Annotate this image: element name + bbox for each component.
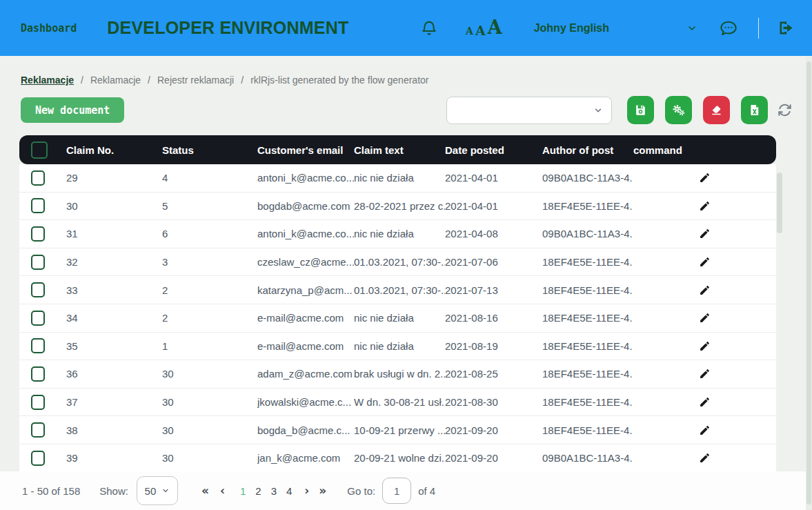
breadcrumb-item-reklamacje-2[interactable]: Reklamacje — [90, 75, 141, 86]
row-checkbox[interactable] — [31, 170, 45, 186]
row-checkbox[interactable] — [31, 311, 45, 326]
show-label: Show: — [99, 485, 128, 497]
font-size-small-icon[interactable]: A — [466, 28, 473, 36]
column-header-email[interactable]: Customer's email — [257, 144, 354, 156]
row-checkbox[interactable] — [31, 451, 45, 466]
cell-author: 18EF4E5E-11EE-4... — [542, 340, 633, 352]
cell-author: 18EF4E5E-11EE-4... — [542, 200, 633, 212]
excel-file-icon — [749, 104, 761, 117]
chevron-down-icon[interactable] — [686, 23, 697, 34]
eraser-icon — [710, 104, 723, 117]
cell-customer-email: e-mail@acme.com — [257, 340, 354, 352]
next-page-button[interactable]: › — [304, 484, 309, 498]
edit-pencil-icon[interactable] — [699, 452, 711, 464]
edit-pencil-icon[interactable] — [699, 228, 711, 239]
table-body: 29 4 antoni_k@acme.co... nic nie działa … — [19, 164, 776, 473]
table-row: 33 2 katarzyna_p@acm... 01.03.2021, 07:3… — [19, 276, 776, 304]
cell-date-posted: 2021-04-01 — [445, 172, 542, 184]
column-header-claim-text[interactable]: Claim text — [354, 144, 445, 156]
edit-pencil-icon[interactable] — [699, 424, 711, 436]
page-number-4[interactable]: 4 — [286, 485, 292, 497]
edit-pencil-icon[interactable] — [699, 172, 711, 184]
page-scrollbar-thumb[interactable] — [806, 61, 811, 504]
cell-customer-email: antoni_k@acme.co... — [257, 172, 354, 184]
row-checkbox[interactable] — [31, 198, 45, 213]
page-size-value: 50 — [145, 485, 157, 497]
logout-icon[interactable] — [777, 19, 795, 37]
edit-pencil-icon[interactable] — [699, 368, 711, 380]
cell-author: 18EF4E5E-11EE-4... — [542, 396, 633, 408]
cell-claim-no: 33 — [66, 284, 162, 296]
page-number-1[interactable]: 1 — [240, 485, 246, 497]
cell-author: 18EF4E5E-11EE-4... — [542, 312, 633, 324]
toolbar: New document — [21, 96, 793, 124]
first-page-button[interactable]: « — [201, 484, 209, 498]
edit-pencil-icon[interactable] — [699, 200, 711, 212]
filter-select[interactable] — [446, 97, 612, 124]
cell-claim-text: brak usługi w dn. 2... — [354, 368, 445, 380]
table-row: 32 3 czeslaw_cz@acme... 01.03.2021, 07:3… — [19, 248, 776, 277]
cell-date-posted: 2021-07-06 — [445, 256, 542, 268]
cell-claim-text: 20-09-21 wolne dzi... — [354, 452, 445, 464]
page-scrollbar[interactable] — [806, 56, 812, 510]
export-excel-button[interactable] — [741, 96, 768, 124]
cell-date-posted: 2021-04-08 — [445, 228, 542, 239]
select-all-checkbox[interactable] — [31, 141, 48, 159]
row-checkbox[interactable] — [31, 366, 45, 382]
refresh-button[interactable] — [777, 102, 793, 118]
edit-pencil-icon[interactable] — [699, 340, 711, 352]
edit-pencil-icon[interactable] — [699, 396, 711, 408]
cell-status: 1 — [162, 340, 257, 352]
cell-claim-no: 37 — [66, 396, 162, 408]
edit-pencil-icon[interactable] — [699, 256, 711, 268]
goto-page-input[interactable] — [382, 478, 411, 504]
cell-date-posted: 2021-04-01 — [445, 200, 542, 212]
total-pages-label: of 4 — [418, 485, 435, 497]
breadcrumb-item-rejestr[interactable]: Rejestr reklamacji — [157, 75, 234, 86]
settings-button[interactable] — [665, 96, 692, 124]
cell-author: 18EF4E5E-11EE-4... — [542, 256, 633, 268]
save-button[interactable] — [627, 96, 654, 124]
row-checkbox[interactable] — [31, 338, 45, 353]
cell-claim-text: nic nie działa — [354, 172, 445, 184]
delete-button[interactable] — [703, 96, 730, 124]
table-row: 38 30 bogda_b@acme.c... 10-09-21 przerwy… — [19, 416, 776, 444]
table-row: 29 4 antoni_k@acme.co... nic nie działa … — [19, 164, 776, 193]
font-size-large-icon[interactable]: A — [488, 20, 502, 36]
table-header: Claim No. Status Customer's email Claim … — [19, 135, 776, 164]
cell-status: 30 — [162, 452, 257, 464]
column-header-claim-no[interactable]: Claim No. — [66, 144, 162, 156]
chat-icon[interactable] — [718, 18, 739, 39]
previous-page-button[interactable]: ‹ — [220, 484, 225, 498]
page-number-2[interactable]: 2 — [255, 485, 261, 497]
column-header-command[interactable]: command — [633, 144, 776, 156]
user-name[interactable]: Johny English — [534, 22, 609, 35]
breadcrumb-item-current: rklRjs-list generated by the flow genera… — [250, 75, 428, 86]
breadcrumb-separator: / — [148, 75, 150, 86]
dashboard-link[interactable]: Dashboard — [21, 22, 77, 35]
table-scrollbar-thumb[interactable] — [777, 173, 782, 233]
row-checkbox[interactable] — [31, 255, 45, 270]
cell-date-posted: 2021-08-25 — [445, 368, 542, 380]
font-size-medium-icon[interactable]: A — [475, 25, 486, 36]
cell-claim-no: 39 — [66, 452, 162, 464]
cell-claim-no: 34 — [66, 312, 162, 324]
column-header-author[interactable]: Author of post — [542, 144, 633, 156]
page-number-3[interactable]: 3 — [271, 485, 277, 497]
row-checkbox[interactable] — [31, 422, 45, 438]
cell-date-posted: 2021-09-20 — [445, 424, 542, 436]
column-header-date-posted[interactable]: Date posted — [445, 144, 542, 156]
cell-claim-text: 01.03.2021, 07:30-... — [354, 284, 445, 296]
column-header-status[interactable]: Status — [162, 144, 257, 156]
edit-pencil-icon[interactable] — [699, 312, 711, 324]
row-checkbox[interactable] — [31, 395, 45, 410]
last-page-button[interactable]: » — [319, 484, 326, 498]
breadcrumb-item-reklamacje[interactable]: Reklamacje — [21, 75, 74, 86]
edit-pencil-icon[interactable] — [699, 284, 711, 296]
new-document-button[interactable]: New document — [21, 97, 124, 123]
row-checkbox[interactable] — [31, 282, 45, 297]
cell-claim-text: W dn. 30-08-21 usł... — [354, 396, 445, 408]
row-checkbox[interactable] — [31, 226, 45, 242]
bell-icon[interactable] — [420, 19, 438, 37]
page-size-select[interactable]: 50 — [137, 476, 178, 505]
